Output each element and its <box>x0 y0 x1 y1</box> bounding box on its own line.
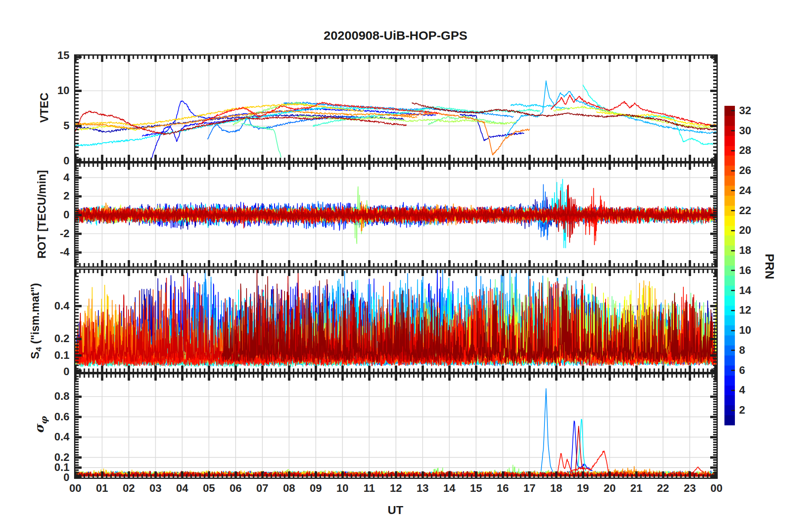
colorbar-tick-mark <box>731 130 735 131</box>
y-tick-label: 2 <box>24 189 69 202</box>
x-tick-label: 07 <box>249 482 276 495</box>
panel-rot <box>74 162 718 268</box>
colorbar-tick-label: 32 <box>739 104 768 117</box>
x-tick-label: 20 <box>596 482 623 495</box>
colorbar-tick-mark <box>731 330 735 331</box>
panel-vtec <box>74 54 718 162</box>
x-tick-label: 22 <box>650 482 676 495</box>
y-tick-label: -4 <box>24 246 69 258</box>
y-tick-label: -2 <box>24 227 69 240</box>
colorbar-tick-label: 24 <box>739 184 768 197</box>
colorbar-band <box>724 235 735 246</box>
x-tick-label: 12 <box>383 482 409 495</box>
colorbar-tick-label: 16 <box>739 264 768 277</box>
colorbar-tick-mark <box>731 270 735 271</box>
colorbar-tick-label: 28 <box>739 144 768 157</box>
colorbar-tick-mark <box>731 390 735 391</box>
sigma-phi-plot-canvas <box>75 374 716 478</box>
x-tick-label: 19 <box>570 482 596 495</box>
colorbar-tick-mark <box>731 170 735 171</box>
colorbar-band <box>724 116 735 126</box>
colorbar-band <box>724 216 735 226</box>
colorbar-band <box>724 176 735 186</box>
panel-sigma-phi <box>74 373 718 479</box>
colorbar-tick-mark <box>731 190 735 191</box>
x-tick-label: 06 <box>222 482 249 495</box>
colorbar-band <box>724 315 735 325</box>
y-tick-label: 0.4 <box>24 299 69 312</box>
x-tick-label: 16 <box>489 482 516 495</box>
colorbar-band <box>724 335 735 345</box>
x-tick-label: 05 <box>195 482 222 495</box>
y-tick-label: 15 <box>24 49 69 62</box>
x-axis-label: UT <box>379 504 412 517</box>
colorbar-tick-mark <box>731 110 735 111</box>
colorbar-band <box>724 156 735 166</box>
x-tick-label: 09 <box>303 482 329 495</box>
y-tick-label: 0.2 <box>24 332 69 345</box>
panel-s4 <box>74 269 718 373</box>
x-tick-label: 11 <box>356 482 383 495</box>
colorbar-band <box>724 415 735 425</box>
x-tick-label: 17 <box>516 482 543 495</box>
colorbar-tick-label: 14 <box>739 284 768 297</box>
x-tick-label: 00 <box>62 482 89 495</box>
colorbar-band <box>724 395 735 405</box>
x-tick-label: 15 <box>463 482 490 495</box>
x-tick-label: 01 <box>89 482 116 495</box>
colorbar-band <box>724 196 735 206</box>
x-tick-label: 04 <box>169 482 195 495</box>
y-tick-label: 0 <box>24 154 69 167</box>
colorbar-tick-mark <box>731 410 735 411</box>
colorbar-tick-mark <box>731 250 735 251</box>
colorbar-tick-mark <box>731 370 735 371</box>
colorbar-tick-label: 30 <box>739 124 768 137</box>
vtec-plot-canvas <box>75 56 716 161</box>
x-tick-label: 21 <box>623 482 650 495</box>
colorbar-tick-mark <box>731 150 735 151</box>
y-tick-label: 0.1 <box>24 349 69 362</box>
x-tick-label: 02 <box>116 482 142 495</box>
y-tick-label: 0 <box>24 365 69 378</box>
colorbar-tick-mark <box>731 310 735 311</box>
y-tick-label: 0.2 <box>24 451 69 464</box>
colorbar-tick-mark <box>731 290 735 291</box>
y-tick-label: 0.8 <box>24 390 69 403</box>
colorbar-tick-label: 2 <box>739 404 768 417</box>
x-tick-label: 00 <box>703 482 730 495</box>
colorbar-band <box>724 376 735 386</box>
colorbar-tick-label: 26 <box>739 164 768 177</box>
colorbar-tick-label: 8 <box>739 344 768 357</box>
rot-plot-canvas <box>75 164 716 266</box>
y-tick-label: 10 <box>24 84 69 97</box>
colorbar-tick-mark <box>731 230 735 231</box>
colorbar-band <box>724 356 735 366</box>
x-tick-label: 18 <box>543 482 570 495</box>
colorbar-tick-label: 12 <box>739 304 768 317</box>
colorbar-tick-label: 20 <box>739 224 768 237</box>
y-tick-label: 5 <box>24 119 69 132</box>
x-tick-label: 14 <box>436 482 463 495</box>
colorbar-tick-label: 18 <box>739 244 768 257</box>
colorbar-band <box>724 256 735 266</box>
y-tick-label: 0.4 <box>24 430 69 443</box>
colorbar-band <box>724 276 735 286</box>
s4-plot-canvas <box>75 270 716 372</box>
figure: 20200908-UiB-HOP-GPS VTEC ROT [TECU/min]… <box>0 0 796 532</box>
x-tick-label: 08 <box>276 482 303 495</box>
colorbar-tick-label: 10 <box>739 324 768 337</box>
colorbar-band <box>724 296 735 306</box>
colorbar-band <box>724 136 735 146</box>
y-axis-label-vtec-text: VTEC <box>38 93 51 123</box>
colorbar-tick-mark <box>731 210 735 211</box>
chart-title: 20200908-UiB-HOP-GPS <box>249 28 542 43</box>
x-tick-label: 13 <box>409 482 436 495</box>
colorbar <box>724 106 735 425</box>
x-tick-label: 23 <box>676 482 703 495</box>
x-tick-label: 10 <box>329 482 356 495</box>
colorbar-tick-label: 6 <box>739 364 768 377</box>
y-tick-label: 0.6 <box>24 410 69 423</box>
colorbar-tick-label: 22 <box>739 204 768 217</box>
y-tick-label: 0 <box>24 208 69 221</box>
colorbar-tick-label: 4 <box>739 384 768 396</box>
